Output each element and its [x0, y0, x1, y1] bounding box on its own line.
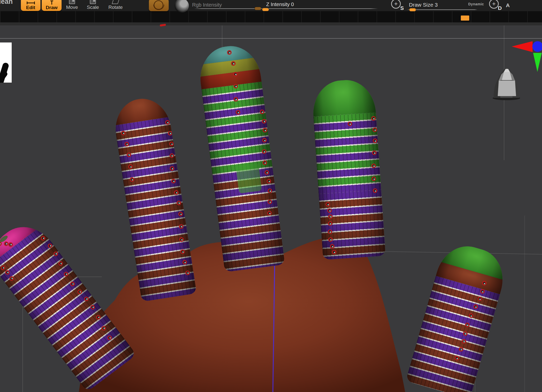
move-button[interactable]: Move	[64, 0, 80, 11]
draw-icon	[51, 1, 52, 5]
material-sphere-icon[interactable]	[175, 0, 189, 13]
ring-finger	[311, 78, 386, 260]
draw-size-slider-track[interactable]	[407, 9, 477, 10]
clipped-left-button-label[interactable]: lean	[0, 0, 13, 6]
pawn-3d-object	[491, 62, 522, 100]
clipped-a-label: A	[506, 2, 510, 8]
radial-s-icon[interactable]: + S	[391, 0, 402, 10]
sculpt-viewport-canvas[interactable]	[0, 22, 542, 392]
rgb-intensity-slider-handle[interactable]	[254, 7, 261, 10]
move-icon	[69, 0, 75, 4]
alpha-stroke-preview	[0, 42, 12, 83]
stitch-point-marker	[327, 229, 332, 234]
rgb-intensity-label: Rgb Intensity	[192, 2, 222, 8]
edit-icon	[27, 2, 35, 4]
rotate-button[interactable]: Rotate	[106, 0, 125, 11]
current-stroke-button[interactable]	[149, 0, 169, 11]
rotate-icon	[112, 0, 119, 4]
green-paint-patch	[236, 163, 262, 193]
draw-button[interactable]: Draw	[42, 0, 62, 11]
dynamic-label[interactable]: Dynamic	[468, 2, 484, 6]
scale-icon	[90, 0, 96, 4]
scale-button[interactable]: Scale	[85, 0, 101, 11]
intensity-slider-track[interactable]	[194, 8, 378, 9]
z-intensity-slider-handle[interactable]	[262, 8, 269, 11]
top-shelf-toolbar: lean Edit Draw Move Scale Rotate Rgb Int…	[0, 0, 542, 11]
quick-tray-strip[interactable]	[0, 11, 542, 22]
radial-d-icon[interactable]: + D	[489, 0, 500, 10]
draw-size-label: Draw Size 3	[409, 2, 438, 8]
z-intensity-label: Z Intensity 0	[266, 2, 294, 7]
draw-size-slider-handle[interactable]	[409, 8, 416, 11]
alpha-swatch[interactable]	[0, 42, 12, 83]
edit-button[interactable]: Edit	[21, 0, 40, 11]
active-tray-tile[interactable]	[461, 16, 469, 21]
